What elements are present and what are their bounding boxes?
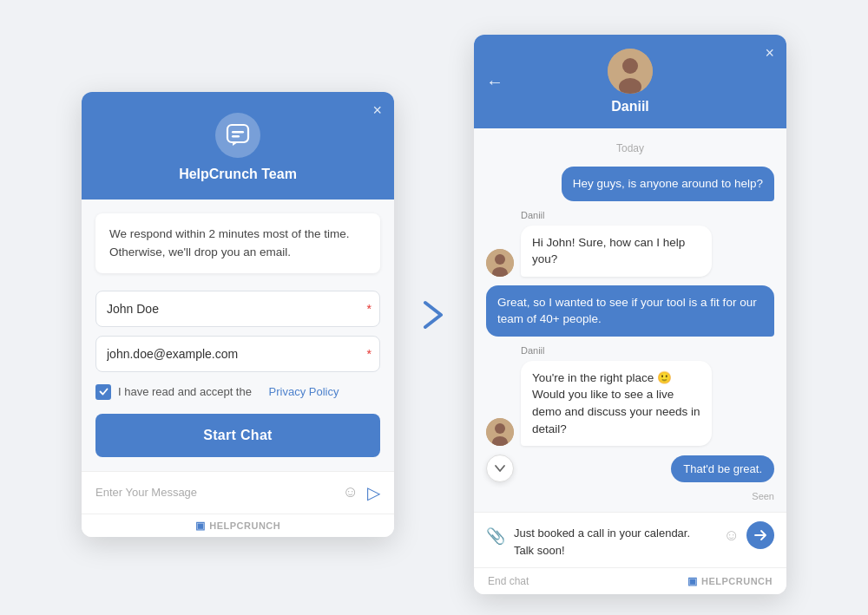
quick-reply-button[interactable]: That'd be great. (671, 455, 774, 482)
message-row-3: Great, so I wanted to see if your tool i… (486, 285, 774, 337)
brand-icon (215, 113, 260, 158)
message-row-1: Hey guys, is anyone around to help? (486, 167, 774, 201)
chat-close-button[interactable]: × (765, 45, 774, 61)
seen-label: Seen (486, 491, 774, 501)
end-chat-link[interactable]: End chat (488, 575, 529, 587)
branding-text-2: HELPCRUNCH (701, 576, 773, 586)
branding-text-1: HELPCRUNCH (209, 520, 280, 531)
scene: HelpCrunch Team × We respond within 2 mi… (47, 0, 821, 615)
footer-icons: ☺ ▷ (343, 482, 380, 503)
prechat-body: We respond within 2 minutes most of the … (82, 200, 394, 471)
info-text: We respond within 2 minutes most of the … (95, 213, 380, 273)
sender-name-2: Daniil (521, 210, 712, 220)
chat-body: Today Hey guys, is anyone around to help… (474, 128, 786, 512)
chat-header: ← Daniil × (474, 35, 786, 128)
message-row-4: Daniil You're in the right place 🙂Would … (486, 345, 774, 446)
scroll-down-button[interactable] (486, 455, 514, 482)
msg-group-4: Daniil You're in the right place 🙂Would … (521, 345, 712, 446)
agent-name: Daniil (611, 99, 649, 114)
chat-footer: End chat ▣ HELPCRUNCH (474, 567, 786, 594)
start-chat-button[interactable]: Start Chat (95, 414, 380, 457)
flow-arrow (422, 298, 446, 332)
sender-name-4: Daniil (521, 345, 712, 356)
svg-rect-0 (227, 125, 248, 142)
branding-icon-1: ▣ (195, 520, 206, 532)
privacy-policy-link[interactable]: Privacy Policy (269, 385, 339, 398)
date-divider: Today (486, 142, 774, 154)
privacy-checkbox[interactable] (95, 384, 111, 400)
branding-1: ▣ HELPCRUNCH (195, 520, 281, 532)
bubble-sent-2: Great, so I wanted to see if your tool i… (486, 285, 774, 337)
emoji-icon[interactable]: ☺ (343, 483, 358, 501)
privacy-label: I have read and accept the (118, 385, 252, 398)
prechat-close-button[interactable]: × (372, 102, 382, 118)
branding-icon-2: ▣ (687, 575, 698, 587)
prechat-widget: HelpCrunch Team × We respond within 2 mi… (82, 92, 394, 537)
attachment-icon[interactable]: 📎 (486, 527, 505, 546)
prechat-header: HelpCrunch Team × (82, 92, 394, 200)
prechat-title: HelpCrunch Team (179, 167, 297, 182)
svg-rect-1 (232, 131, 244, 134)
send-icon[interactable]: ▷ (367, 482, 380, 503)
email-required-star: * (367, 347, 372, 361)
back-button[interactable]: ← (486, 72, 503, 92)
bubble-received-2: You're in the right place 🙂Would you lik… (521, 361, 712, 446)
quick-reply-row: That'd be great. (486, 455, 774, 482)
name-input[interactable] (95, 291, 380, 327)
name-required-star: * (367, 302, 372, 316)
agent-avatar-large (608, 49, 653, 94)
name-field-group: * (95, 291, 380, 327)
chat-input-area: 📎 Just booked a call in your calendar.Ta… (474, 512, 786, 567)
privacy-row: I have read and accept the Privacy Polic… (95, 384, 380, 400)
agent-avatar-small-2 (486, 418, 514, 446)
svg-point-10 (495, 423, 505, 434)
chat-widget: ← Daniil × Today Hey guys, is anyone aro… (474, 35, 786, 594)
svg-point-4 (622, 58, 638, 74)
chat-input[interactable]: Just booked a call in your calendar.Talk… (514, 521, 715, 559)
msg-group-2: Daniil Hi John! Sure, how can I help you… (521, 210, 712, 277)
email-field-group: * (95, 336, 380, 372)
svg-rect-2 (232, 135, 240, 138)
email-input[interactable] (95, 336, 380, 372)
agent-avatar-small-1 (486, 249, 514, 277)
svg-point-7 (495, 254, 505, 265)
chat-emoji-icon[interactable]: ☺ (724, 527, 740, 545)
bubble-received-1: Hi John! Sure, how can I help you? (521, 226, 712, 277)
chat-input-icons: ☺ (724, 521, 774, 549)
message-row-2: Daniil Hi John! Sure, how can I help you… (486, 210, 774, 277)
branding-2: ▣ HELPCRUNCH (687, 575, 773, 587)
prechat-footer: Enter Your Message ☺ ▷ (82, 471, 394, 514)
send-button[interactable] (746, 521, 774, 549)
bubble-sent-1: Hey guys, is anyone around to help? (562, 167, 774, 201)
message-input-placeholder: Enter Your Message (95, 486, 197, 499)
